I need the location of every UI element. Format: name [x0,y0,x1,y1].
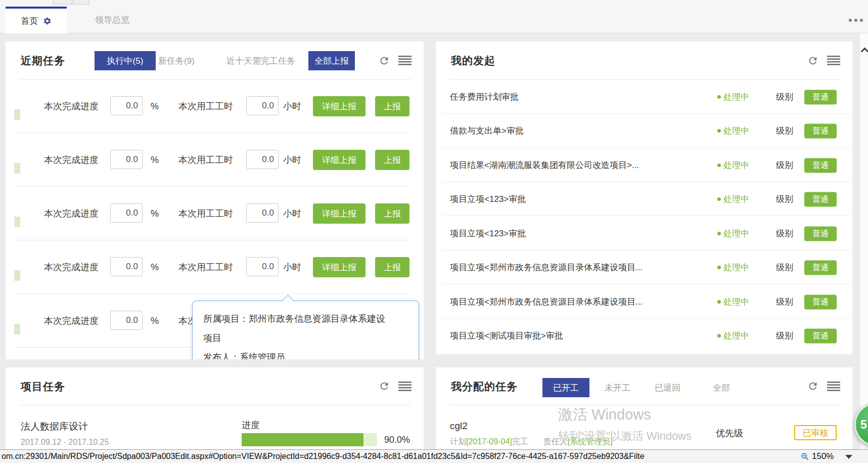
initiated-row[interactable]: 借款与支出单>审批 处理中 级别 普通 [436,114,852,148]
hours-label: 本次用工工时 [178,187,233,240]
detail-report-button[interactable]: 详细上报 [313,96,366,116]
detail-report-button[interactable]: 详细上报 [313,150,366,170]
progress-input[interactable] [110,96,143,115]
initiated-name[interactable]: 项目立项<123>审批 [450,182,526,216]
floating-counter-button[interactable]: 5 [854,403,868,446]
panel-title: 项目任务 [21,367,65,405]
hours-label: 本次用工工时 [178,133,233,187]
plan-date: [2017-09-04] [466,437,512,446]
progress-input[interactable] [110,150,143,169]
filter-tab-returned[interactable]: 已退回 [655,378,680,397]
progress-unit: % [151,79,159,133]
progress-label: 进度 [242,415,260,435]
hours-unit: 小时 [283,240,301,294]
report-button[interactable]: 上报 [375,257,409,277]
filter-tab-all[interactable]: 全部 [713,378,730,397]
level-badge: 普通 [804,226,837,241]
hamburger-icon[interactable] [827,382,840,391]
status-link-url: om.cn:29301/Main/RDS/Project/Sdpa003/Pa0… [2,452,645,461]
caret-down-icon[interactable] [845,455,852,459]
progress-unit: % [151,133,159,187]
dashboard-screen: 首页 领导总览 近期任务 执行中(5) 新任务(9) 近十天需完工任务 全部上报 [0,0,868,463]
vertical-scrollbar[interactable] [859,33,868,449]
initiated-row[interactable]: 项目立项<测试项目审批>审批 处理中 级别 普通 [436,319,852,353]
zoom-control[interactable]: 150% [801,450,834,463]
progress-input[interactable] [110,203,143,223]
status-processing: 处理中 [717,217,749,250]
assigned-task-meta: 计划[2017-09-04]完工责任人[系统管理员] [450,434,613,449]
browser-status-bar: om.cn:29301/Main/RDS/Project/Sdpa003/Pa0… [0,449,868,463]
report-button[interactable]: 上报 [375,150,409,170]
green-dot-icon [717,266,721,269]
filter-tab-not-started[interactable]: 未开工 [605,378,630,397]
gear-icon[interactable] [43,17,52,25]
floating-counter-value: 5 [860,418,867,432]
detail-report-button[interactable]: 详细上报 [313,257,366,277]
initiated-row[interactable]: 任务费用计划审批 处理中 级别 普通 [436,80,852,114]
refresh-icon[interactable] [807,381,818,392]
tab-home-label: 首页 [21,15,38,27]
report-button[interactable]: 上报 [375,203,409,224]
task-row: 本次完成进度 % 本次用工工时 小时 详细上报 上报 [6,133,424,187]
tab-leader-label: 领导总览 [95,14,129,26]
task-marker [14,109,20,120]
hours-input[interactable] [246,96,279,115]
progress-input[interactable] [110,257,143,276]
tab-leader-overview[interactable]: 领导总览 [90,7,134,33]
status-processing: 处理中 [717,250,749,284]
status-processing: 处理中 [717,319,749,353]
initiated-row[interactable]: 项目立项<123>审批 处理中 级别 普通 [436,182,852,216]
progress-unit: % [151,187,159,240]
tooltip-line: 项目 [203,328,412,348]
hours-unit: 小时 [283,79,301,133]
hours-input[interactable] [246,257,279,276]
initiated-name[interactable]: 项目立项<123>审批 [450,217,526,250]
level-label: 级别 [776,217,793,250]
panel-my-initiated: 我的发起 任务费用计划审批 处理中 级别 普通 借款与支出单>审批 处理中 级别… [436,41,852,354]
chevron-up-icon[interactable] [861,48,868,56]
refresh-icon[interactable] [379,55,390,66]
initiated-row[interactable]: 项目立项<郑州市政务信息资源目录体系建设项目... 处理中 级别 普通 [436,250,852,284]
hours-input[interactable] [246,150,279,169]
level-badge: 普通 [804,90,837,104]
detail-report-button[interactable]: 详细上报 [313,203,366,224]
initiated-row[interactable]: 项目立项<郑州市政务信息资源目录体系建设项目... 处理中 级别 普通 [436,285,852,319]
ellipsis-icon[interactable] [849,19,863,22]
initiated-name[interactable]: 项目结果<湖南潮流服装集团有限公司改造项目>... [450,148,639,182]
filter-tab-new-tasks[interactable]: 新任务(9) [158,51,195,70]
panel-title: 我的发起 [451,41,495,79]
initiated-name[interactable]: 项目立项<郑州市政务信息资源目录体系建设项目... [450,285,643,319]
hamburger-icon[interactable] [398,382,412,391]
panel-title: 近期任务 [21,41,65,79]
report-button[interactable]: 上报 [375,96,409,116]
level-badge: 普通 [804,158,837,173]
status-processing: 处理中 [717,114,749,148]
refresh-icon[interactable] [807,55,818,66]
tab-home[interactable]: 首页 [6,7,67,33]
tooltip-line: 发布人：系统管理员 [203,348,412,359]
progress-input[interactable] [110,311,143,330]
initiated-name[interactable]: 借款与支出单>审批 [450,114,524,148]
initiated-row[interactable]: 项目结果<湖南潮流服装集团有限公司改造项目>... 处理中 级别 普通 [436,148,852,182]
report-all-button[interactable]: 全部上报 [308,51,355,70]
filter-tab-executing[interactable]: 执行中(5) [95,51,156,70]
progress-bar-fill [242,433,363,446]
initiated-name[interactable]: 项目立项<测试项目审批>审批 [450,319,563,353]
initiated-row[interactable]: 项目立项<123>审批 处理中 级别 普通 [436,217,852,250]
filter-tab-ten-days[interactable]: 近十天需完工任务 [226,51,295,70]
task-marker [14,324,20,334]
hamburger-icon[interactable] [827,56,840,65]
panel-project-tasks: 项目任务 法人数据库设计 2017.09.12 - 2017.10.25 进度 … [6,367,424,449]
initiated-name[interactable]: 任务费用计划审批 [450,80,519,114]
progress-label: 本次完成进度 [44,240,99,294]
hamburger-icon[interactable] [398,56,412,65]
filter-tab-started[interactable]: 已开工 [542,378,589,397]
hours-input[interactable] [246,203,279,223]
owner-label: 责任人 [543,437,568,447]
initiated-name[interactable]: 项目立项<郑州市政务信息资源目录体系建设项目... [450,250,643,284]
progress-unit: % [151,294,159,348]
level-badge: 普通 [804,328,837,343]
status-processing: 处理中 [717,148,749,182]
task-marker [14,163,20,174]
refresh-icon[interactable] [379,381,390,392]
